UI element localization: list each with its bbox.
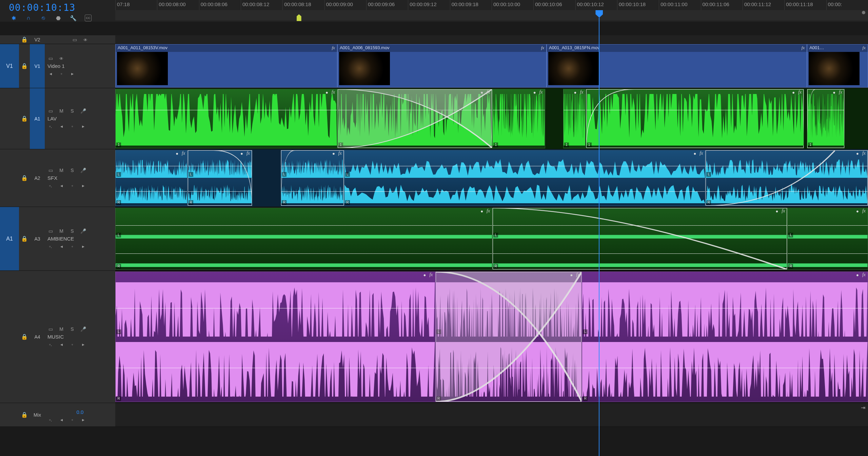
prev-keyframe-icon[interactable]: ◂: [58, 124, 64, 129]
track-a1-content[interactable]: ●fx1●fx1 ●fx1●fx1●fx1●fx1: [115, 88, 868, 149]
audio-clip[interactable]: ●fxLR: [115, 208, 492, 270]
lock-icon[interactable]: 🔒: [19, 403, 30, 426]
add-keyframe-icon[interactable]: ◦: [69, 244, 75, 249]
solo-button[interactable]: S: [69, 326, 75, 332]
fx-icon[interactable]: fx: [541, 45, 544, 51]
source-patch-a1[interactable]: [0, 88, 19, 149]
track-a2-content[interactable]: ●fxLR●fxLR●fxLR●fxLR●fxLR: [115, 149, 868, 207]
solo-button[interactable]: S: [69, 168, 75, 173]
prev-keyframe-icon[interactable]: ◂: [58, 244, 64, 249]
lock-icon[interactable]: 🔒: [19, 44, 30, 88]
fx-icon[interactable]: fx: [802, 45, 805, 51]
mute-button[interactable]: M: [58, 326, 64, 332]
voiceover-mic-icon[interactable]: 🎤: [80, 108, 86, 114]
collapse-icon[interactable]: ⇥: [861, 404, 865, 411]
source-patch-a3[interactable]: A1: [0, 207, 19, 270]
fx-icon[interactable]: fx: [862, 272, 866, 278]
next-keyframe-icon[interactable]: ▸: [80, 417, 86, 422]
mute-button[interactable]: M: [58, 228, 64, 234]
audio-clip[interactable]: ●fx1: [807, 89, 845, 148]
track-name[interactable]: AMBIENCE: [47, 236, 113, 242]
lock-icon[interactable]: 🔒: [19, 271, 30, 403]
solo-button[interactable]: S: [69, 228, 75, 234]
snap-icon[interactable]: ∩: [25, 15, 32, 21]
track-id-a2[interactable]: A2: [30, 149, 45, 207]
next-keyframe-icon[interactable]: ▸: [80, 342, 86, 347]
wrench-icon[interactable]: 🔧: [70, 15, 77, 21]
prev-keyframe-icon[interactable]: ◂: [58, 417, 64, 422]
toggle-output-icon[interactable]: ▭: [47, 56, 54, 61]
fx-icon[interactable]: fx: [429, 272, 433, 278]
audio-clip[interactable]: ●fxLR: [344, 150, 706, 206]
mute-button[interactable]: M: [58, 168, 64, 173]
current-timecode[interactable]: 00:00:10:13: [0, 0, 115, 13]
source-patch-v1[interactable]: V1: [0, 44, 19, 88]
next-keyframe-icon[interactable]: ▸: [80, 183, 86, 188]
track-name[interactable]: Video 1: [47, 63, 113, 69]
audio-clip[interactable]: ●fxLR: [705, 150, 868, 206]
eye-icon[interactable]: [82, 37, 88, 42]
toggle-output-icon[interactable]: ▭: [47, 168, 54, 173]
prev-keyframe-icon[interactable]: ◂: [58, 183, 64, 188]
source-patch-a2[interactable]: [0, 149, 19, 207]
audio-clip[interactable]: ●fxLR: [115, 271, 435, 402]
track-id-a1[interactable]: A1: [30, 88, 45, 149]
track-id-v2[interactable]: V2: [30, 35, 45, 44]
video-clip[interactable]: A001…fx: [807, 44, 868, 88]
track-a4-content[interactable]: ●fxLR●fxLR ●fxLR: [115, 271, 868, 403]
keyframe-mode-icon[interactable]: ◦.: [47, 244, 54, 249]
fx-icon[interactable]: fx: [576, 272, 579, 278]
marker-icon[interactable]: ⬣: [55, 15, 62, 21]
prev-keyframe-icon[interactable]: ◂: [47, 71, 54, 76]
audio-clip[interactable]: ●fx1: [563, 89, 586, 148]
track-v1-content[interactable]: A001_A011_08153V.movfxA001_A006_081593.m…: [115, 44, 868, 88]
track-id-a4[interactable]: A4: [30, 271, 45, 403]
next-keyframe-icon[interactable]: ▸: [69, 71, 75, 76]
audio-clip[interactable]: ●fx1: [492, 89, 545, 148]
audio-clip[interactable]: ●fxLR: [188, 150, 252, 206]
audio-clip[interactable]: ●fx1: [337, 89, 492, 148]
toggle-output-icon[interactable]: ▭: [47, 108, 54, 114]
keyframe-mode-icon[interactable]: ◦.: [47, 124, 54, 129]
toggle-output-icon[interactable]: ▭: [47, 326, 54, 332]
keyframe-mode-icon[interactable]: ◦.: [47, 183, 54, 188]
add-keyframe-icon[interactable]: ◦: [69, 124, 75, 129]
solo-button[interactable]: S: [69, 108, 75, 114]
voiceover-mic-icon[interactable]: 🎤: [80, 228, 86, 234]
captions-icon[interactable]: CC: [85, 15, 92, 21]
prev-keyframe-icon[interactable]: ◂: [58, 342, 64, 347]
lock-icon[interactable]: 🔒: [19, 149, 30, 207]
track-a3-content[interactable]: ●fxLR●fxLR●fxLR: [115, 207, 868, 270]
track-name[interactable]: SFX: [47, 175, 113, 181]
lock-icon[interactable]: 🔒: [19, 35, 30, 44]
mix-value[interactable]: 0.0: [47, 407, 113, 415]
add-keyframe-icon[interactable]: ◦: [58, 71, 64, 76]
audio-clip[interactable]: ●fxLR: [582, 271, 868, 402]
track-name[interactable]: MUSIC: [47, 334, 113, 340]
audio-clip[interactable]: ●fx1: [586, 89, 804, 148]
video-clip[interactable]: A001_A011_08153V.movfx: [115, 44, 337, 88]
voiceover-mic-icon[interactable]: 🎤: [80, 168, 86, 173]
toggle-output-icon[interactable]: ▭: [47, 228, 54, 234]
track-id-a3[interactable]: A3: [30, 207, 45, 270]
track-name[interactable]: LAV: [47, 116, 113, 121]
linked-selection-icon[interactable]: ⎋: [40, 15, 47, 21]
next-keyframe-icon[interactable]: ▸: [80, 244, 86, 249]
video-clip[interactable]: A001_A013_0815FN.movfx: [547, 44, 807, 88]
fx-icon[interactable]: fx: [863, 45, 866, 51]
source-patch-a4[interactable]: [0, 271, 19, 403]
source-patch-v2[interactable]: [0, 35, 19, 44]
eye-icon[interactable]: [58, 56, 64, 61]
add-keyframe-icon[interactable]: ◦: [69, 183, 75, 188]
lock-icon[interactable]: 🔒: [19, 88, 30, 149]
add-keyframe-icon[interactable]: ◦: [69, 417, 75, 422]
audio-clip[interactable]: ●fxLR: [492, 208, 787, 270]
time-ruler[interactable]: 07:1800:00:08:0000:00:08:0600:00:08:1200…: [115, 0, 868, 22]
mute-button[interactable]: M: [58, 108, 64, 114]
audio-clip[interactable]: ●fx1: [115, 89, 337, 148]
next-keyframe-icon[interactable]: ▸: [80, 124, 86, 129]
audio-clip[interactable]: ●fxLR: [787, 208, 868, 270]
zoom-scroll-dot[interactable]: [862, 11, 865, 14]
voiceover-mic-icon[interactable]: 🎤: [80, 326, 86, 332]
lock-icon[interactable]: 🔒: [19, 207, 30, 270]
